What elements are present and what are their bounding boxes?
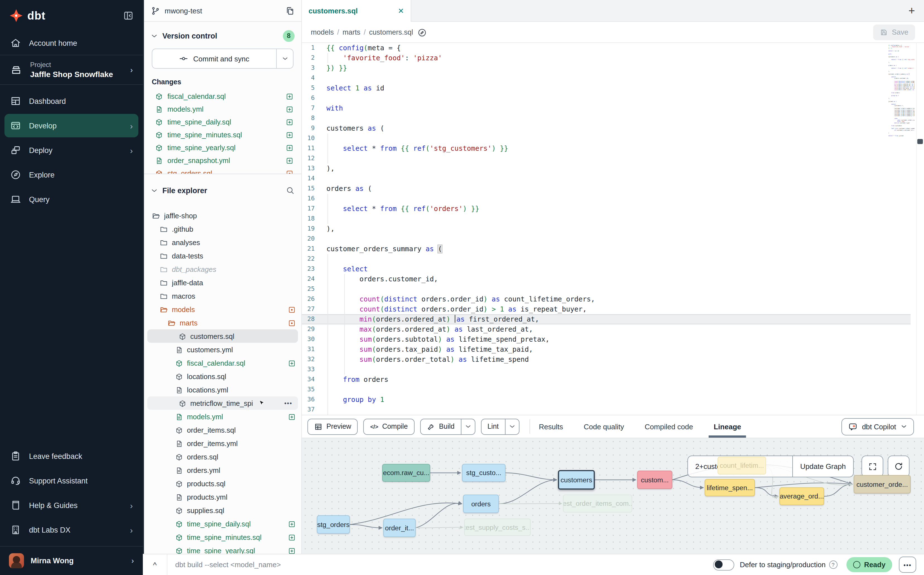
build-button[interactable]: Build [420,418,475,435]
code-line-35[interactable]: 35 [302,384,911,395]
sidebar-item-develop[interactable]: Develop› [5,114,138,137]
folder-row-macros[interactable]: macros [144,289,301,303]
tab-customers-sql[interactable]: customers.sql ✕ [302,0,411,22]
changed-file-row[interactable]: time_spine_minutes.sql [144,129,301,141]
code-line-23[interactable]: 23 select [302,264,911,274]
save-button[interactable]: Save [873,24,915,40]
code-line-8[interactable]: 8 [302,113,911,123]
file-row-products-sql[interactable]: products.sql [144,477,301,490]
code-line-2[interactable]: 2 'favorite_food': 'pizza' [302,53,911,63]
dbt-copilot-button[interactable]: dbt Copilot [842,418,914,435]
changed-file-row[interactable]: models.yml [144,103,301,116]
code-line-17[interactable]: 17 select * from {{ ref('orders') }} [302,204,911,214]
add-file-icon[interactable] [288,519,296,528]
editor-minimap[interactable]: {{ config(meta = { 'favorite_food': 'piz… [888,44,914,142]
copy-files-icon[interactable] [285,6,295,15]
code-line-31[interactable]: 31 sum(orders.tax_paid) as lifetime_tax_… [302,345,911,354]
new-tab-button[interactable]: + [899,0,924,21]
code-line-26[interactable]: 26 count(distinct orders.order_id) as co… [302,294,911,304]
branch-name[interactable]: mwong-test [165,6,281,15]
code-line-29[interactable]: 29 max(orders.ordered_at) as last_ordere… [302,324,911,334]
update-graph-button[interactable]: Update Graph [792,456,854,477]
sidebar-item-help-guides[interactable]: Help & Guides› [5,494,138,517]
code-line-6[interactable]: 6 [302,93,911,103]
lineage-node-stg_customers[interactable]: stg_custo... [462,464,506,482]
add-file-icon[interactable] [288,546,296,554]
lineage-node-customers[interactable]: customers [558,470,595,489]
lineage-node-customers2[interactable]: custom... [637,470,672,489]
file-row-supplies-sql[interactable]: supplies.sql [144,504,301,517]
add-file-icon[interactable] [286,156,293,165]
folder-row-marts[interactable]: marts [144,316,301,329]
code-line-28[interactable]: 28 min(orders.ordered_at) as first_order… [302,314,911,324]
sidebar-item-leave-feedback[interactable]: Leave feedback [5,444,138,468]
lineage-node-customer_orders[interactable]: customer_orde... [854,475,911,494]
sidebar-item-support-assistant[interactable]: Support Assistant [5,469,138,492]
compile-button[interactable]: </>Compile [363,418,415,435]
code-line-11[interactable]: 11 select * from {{ ref('stg_customers')… [302,143,911,154]
panel-collapse-button[interactable]: ^ [143,554,167,575]
code-line-24[interactable]: 24 orders.customer_id, [302,274,911,284]
editor-scrollbar[interactable] [916,43,924,415]
chevron-down-icon[interactable] [151,187,158,194]
refresh-button[interactable] [888,456,910,477]
code-line-19[interactable]: 19), [302,224,911,234]
sidebar-item-dbt-labs-dx[interactable]: dbt Labs DX› [5,518,138,542]
folder-row-models[interactable]: models [144,303,301,316]
code-line-10[interactable]: 10 [302,133,911,143]
command-input[interactable]: dbt build --select <model_name> [175,561,713,569]
breadcrumb-copilot-icon[interactable] [418,27,427,37]
code-line-21[interactable]: 21customer_orders_summary as ( [302,244,911,254]
search-icon[interactable] [286,186,295,195]
code-line-9[interactable]: 9customers as ( [302,123,911,133]
code-line-7[interactable]: 7with [302,103,911,113]
tab-code-quality[interactable]: Code quality [584,415,624,438]
changed-file-row[interactable]: time_spine_yearly.sql [144,141,301,154]
folder-row-data-tests[interactable]: data-tests [144,249,301,262]
add-file-icon[interactable] [288,412,296,421]
modified-icon[interactable] [286,168,293,174]
code-line-12[interactable]: 12 [302,154,911,164]
editor-scrollbar-thumb[interactable] [917,139,923,144]
file-row-locations-yml[interactable]: locations.yml [144,383,301,396]
lineage-node-order_items[interactable]: order_it... [384,519,416,537]
code-line-22[interactable]: 22 [302,254,911,264]
lineage-node-lifetime[interactable]: lifetime_spen... [705,479,755,496]
folder-row-analyses[interactable]: analyses [144,235,301,249]
file-row-models-yml[interactable]: models.yml [144,410,301,423]
button-caret[interactable] [461,419,475,434]
sidebar-project[interactable]: Project Jaffle Shop Snowflake › [0,55,143,85]
add-file-icon[interactable] [288,358,296,367]
commit-options-caret[interactable] [276,49,293,68]
code-line-20[interactable]: 20 [302,234,911,244]
lineage-panel[interactable]: 2+customers+2 Update Graph count_lifetim… [302,438,924,554]
file-row-products-yml[interactable]: products.yml [144,490,301,504]
commit-and-sync-button[interactable]: Commit and sync [152,49,293,69]
sidebar-item-dashboard[interactable]: Dashboard [5,89,138,113]
file-row-orders-sql[interactable]: orders.sql [144,450,301,463]
file-row-time-spine-yearly-sql[interactable]: time_spine_yearly.sql [144,544,301,554]
file-row-metricflow-time-spine-sql[interactable]: metricflow_time_spine.sql••• [147,396,298,410]
help-icon[interactable]: ? [829,561,837,569]
file-row-time-spine-minutes-sql[interactable]: time_spine_minutes.sql [144,531,301,544]
code-line-3[interactable]: 3}) }} [302,63,911,73]
code-line-14[interactable]: 14 [302,174,911,184]
sidebar-item-query[interactable]: Query [5,187,138,211]
breadcrumb-part[interactable]: customers.sql [369,28,413,36]
breadcrumb-part[interactable]: models [311,28,334,36]
chevron-down-icon[interactable] [151,32,158,39]
lint-button[interactable]: Lint [481,418,519,435]
add-file-icon[interactable] [286,91,293,101]
fullscreen-button[interactable] [862,456,883,477]
add-file-icon[interactable] [286,143,293,152]
preview-button[interactable]: Preview [307,418,358,435]
status-ready-badge[interactable]: Ready [846,557,892,572]
code-line-32[interactable]: 32 sum(orders.order_total) as lifetime_s… [302,354,911,365]
file-row-order-items-yml[interactable]: order_items.yml [144,437,301,450]
more-options-button[interactable]: ••• [899,557,916,573]
add-file-icon[interactable] [286,117,293,127]
folder-row-jaffle-data[interactable]: jaffle-data [144,276,301,289]
changed-file-row[interactable]: stg_orders.sql [144,167,301,174]
code-line-30[interactable]: 30 sum(orders.subtotal) as lifetime_spen… [302,334,911,345]
close-icon[interactable]: ✕ [398,7,404,15]
